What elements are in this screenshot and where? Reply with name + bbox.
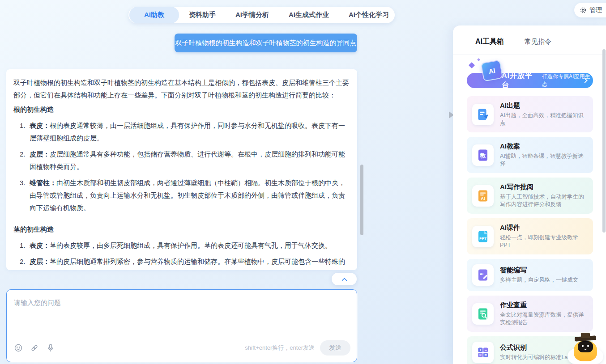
svg-text:AI: AI (481, 196, 485, 201)
item-text: 皮层细胞通常具有多种功能，包括储存营养物质、进行代谢等。在根中，皮层细胞的排列和… (30, 150, 345, 170)
gear-icon (580, 7, 587, 14)
tool-card-smart-writing[interactable]: AI 智能编写 多样主题，自定风格，一键成文 (467, 259, 593, 291)
formula-calculator-icon: +−×= (472, 342, 494, 363)
tab-material-helper[interactable]: 资料助手 (179, 7, 226, 23)
tool-card-ai-exam[interactable]: AI出题 AI出题，全面高效，精准把握知识点 (467, 96, 593, 132)
open-platform-banner-wrap: AI开放平台 打造你专属AI应用生态 AI (467, 73, 593, 88)
tool-desc: 多样主题，自定风格，一键成文 (500, 276, 578, 284)
svg-text:AI: AI (480, 272, 483, 276)
item-term: 皮层： (30, 150, 50, 158)
banner-title: AI开放平台 (502, 71, 538, 90)
tool-desc: AI出题，全面高效，精准把握知识点 (500, 112, 588, 127)
tool-title: AI教案 (500, 142, 588, 151)
tools-sidebar: AI工具箱 常见指令 AI开放平台 打造你专属AI应用生态 AI AI出题 AI… (453, 25, 606, 364)
mascot-face (578, 341, 593, 352)
section-heading-stem: 茎的初生构造 (13, 223, 350, 236)
tool-desc: 基于人工智能技术，自动对学生的写作内容进行评分和反馈 (500, 193, 588, 208)
exam-doc-icon (472, 104, 494, 125)
list-item: 表皮：根的表皮通常较薄，由一层活细胞组成，具有保护作用，同时参与水分和无机盐的吸… (20, 119, 350, 144)
tool-title: 智能编写 (500, 266, 578, 275)
item-term: 表皮： (30, 122, 50, 129)
tool-card-ai-courseware[interactable]: PPT AI课件 轻松一点，即刻创建专业级教学PPT (467, 218, 593, 254)
assistant-message-card: 双子叶植物根的初生构造和双子叶植物茎的初生构造在基本结构上是相似的，都包括表皮、… (6, 69, 357, 270)
svg-text:×: × (479, 353, 482, 357)
stem-structure-list: 表皮：茎的表皮较厚，由多层死细胞组成，具有保护作用。茎的表皮还可能具有气孔，用于… (20, 239, 350, 270)
list-item: 维管柱：由初生木质部和初生韧皮部组成，两者通过薄壁细胞（中柱鞘）相隔。初生木质部… (20, 177, 350, 214)
tab-ai-assistant[interactable]: AI助教 (129, 7, 179, 23)
tool-card-list: AI出题 AI出题，全面高效，精准把握知识点 教 AI教案 AI辅助，智能备课，… (467, 96, 593, 364)
divider (453, 55, 606, 55)
plagiarism-magnifier-icon (472, 303, 494, 325)
tool-card-ai-writing-review[interactable]: AI AI写作批阅 基于人工智能技术，自动对学生的写作内容进行评分和反馈 (467, 178, 593, 214)
send-hint: shift+enter换行，enter发送 (245, 344, 315, 352)
sparkle-icon (477, 58, 480, 61)
question-input[interactable] (7, 290, 357, 334)
tab-personalized-learning[interactable]: AI个性化学习 (339, 7, 399, 23)
tool-title: AI课件 (500, 224, 588, 232)
send-button[interactable]: 发送 (320, 340, 350, 356)
graduation-cap-top (581, 333, 590, 338)
user-message-bubble: 双子叶植物根的初生构造和双子叶植物茎的初生构造的异同点 (175, 34, 357, 52)
tool-title: AI写作批阅 (500, 183, 588, 191)
writing-review-doc-icon: AI (472, 185, 494, 207)
item-term: 维管柱： (30, 179, 56, 186)
item-text: 茎的皮层细胞通常排列紧密，参与营养物质的运输和储存。在某些植物中，皮层可能包含一… (30, 258, 345, 270)
manage-label: 管理 (589, 6, 602, 14)
item-term: 表皮： (30, 241, 50, 249)
attach-link-icon[interactable] (30, 343, 39, 352)
composer-toolbar: shift+enter换行，enter发送 发送 (7, 339, 357, 362)
item-text: 由初生木质部和初生韧皮部组成，两者通过薄壁细胞（中柱鞘）相隔。初生木质部位于根的… (30, 179, 345, 212)
tab-generative-homework[interactable]: AI生成式作业 (279, 7, 339, 23)
tool-title: 作业查重 (500, 301, 588, 309)
tool-card-plagiarism-check[interactable]: 作业查重 全文比对海量资源库数据，提供详实检测报告 (467, 296, 593, 332)
list-item: 皮层：皮层细胞通常具有多种功能，包括储存营养物质、进行代谢等。在根中，皮层细胞的… (20, 148, 350, 173)
sidebar-scrollbar[interactable] (602, 49, 606, 233)
tool-desc: AI辅助，智能备课，智慧教学新选择 (500, 152, 588, 168)
sidebar-tab-toolbox[interactable]: AI工具箱 (475, 37, 504, 47)
tool-title: AI出题 (500, 102, 588, 110)
chevron-up-icon (341, 277, 347, 283)
section-heading-root: 根的初生构造 (13, 103, 350, 116)
emoji-icon[interactable] (14, 343, 23, 352)
sparkle-icon (469, 62, 475, 68)
svg-text:教: 教 (480, 152, 486, 159)
ppt-doc-icon: PPT (472, 226, 494, 247)
svg-text:=: = (484, 353, 487, 357)
item-term: 皮层： (30, 258, 50, 265)
chat-scrollbar[interactable] (360, 165, 363, 235)
list-item: 表皮：茎的表皮较厚，由多层死细胞组成，具有保护作用。茎的表皮还可能具有气孔，用于… (20, 239, 350, 252)
item-text: 根的表皮通常较薄，由一层活细胞组成，具有保护作用，同时参与水分和无机盐的吸收。表… (30, 122, 345, 142)
lesson-doc-icon: 教 (472, 144, 494, 166)
message-composer: shift+enter换行，enter发送 发送 (6, 289, 357, 362)
sidebar-tabbar: AI工具箱 常见指令 (453, 25, 606, 47)
ai-cube-icon: AI (481, 59, 504, 81)
collapse-chat-button[interactable] (332, 273, 357, 285)
assistant-intro: 双子叶植物根的初生构造和双子叶植物茎的初生构造在基本结构上是相似的，都包括表皮、… (13, 76, 350, 102)
svg-text:+: + (479, 348, 482, 352)
tab-learning-analysis[interactable]: AI学情分析 (226, 7, 279, 23)
sidebar-tab-common-commands[interactable]: 常见指令 (525, 38, 551, 46)
tool-desc: 全文比对海量资源库数据，提供详实检测报告 (500, 311, 588, 326)
microphone-icon[interactable] (46, 343, 55, 352)
item-text: 茎的表皮较厚，由多层死细胞组成，具有保护作用。茎的表皮还可能具有气孔，用于气体交… (50, 241, 332, 249)
root-structure-list: 表皮：根的表皮通常较薄，由一层活细胞组成，具有保护作用，同时参与水分和无机盐的吸… (20, 119, 350, 214)
main-tabbar: AI助教 资料助手 AI学情分析 AI生成式作业 AI个性化学习 (128, 7, 395, 23)
smart-writing-doc-icon: AI (472, 264, 494, 286)
svg-text:−: − (484, 348, 487, 352)
tool-desc: 轻松一点，即刻创建专业级教学PPT (500, 234, 588, 249)
assistant-mascot[interactable] (567, 331, 604, 364)
svg-text:PPT: PPT (479, 236, 487, 240)
tool-card-ai-lesson-plan[interactable]: 教 AI教案 AI辅助，智能备课，智慧教学新选择 (467, 137, 593, 173)
manage-button[interactable]: 管理 (574, 3, 606, 17)
list-item: 皮层：茎的皮层细胞通常排列紧密，参与营养物质的运输和储存。在某些植物中，皮层可能… (20, 255, 350, 270)
